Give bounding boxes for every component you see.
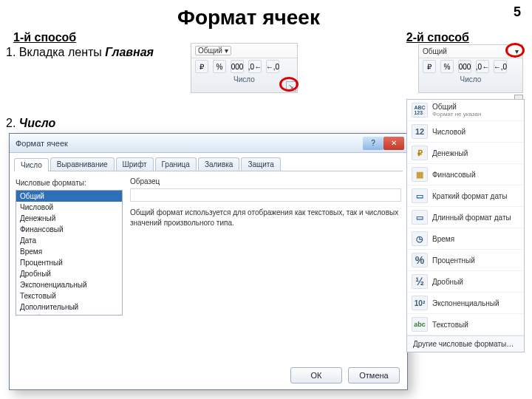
dropdown-item-general[interactable]: ABC 123 Общий Формат не указан: [407, 100, 524, 121]
dropdown-item-text[interactable]: abc Текстовый: [407, 314, 524, 335]
list-item[interactable]: Текстовый: [16, 290, 122, 301]
dropdown-item-shortdate[interactable]: ▭ Краткий формат даты: [407, 185, 524, 207]
dialog-tabs: Число Выравнивание Шрифт Граница Заливка…: [10, 153, 407, 171]
increase-decimal-icon[interactable]: ,0←: [476, 60, 489, 73]
increase-decimal-icon[interactable]: ,0←: [248, 60, 262, 73]
list-item[interactable]: Дробный: [16, 268, 122, 279]
list-item[interactable]: Денежный: [16, 213, 122, 224]
method2-heading: 2-й способ: [406, 31, 469, 44]
dropdown-item-time[interactable]: ◷ Время: [407, 228, 524, 250]
step1-text: 1. Вкладка ленты Главная: [6, 46, 154, 59]
dropdown-item-longdate[interactable]: ▭ Длинный формат даты: [407, 207, 524, 228]
step2-group: Число: [19, 117, 56, 129]
page-number: 5: [514, 4, 521, 20]
short-date-icon: ▭: [412, 188, 428, 203]
number-format-dropdown: ABC 123 Общий Формат не указан 12 Числов…: [406, 99, 525, 352]
step2-prefix: 2.: [6, 117, 19, 129]
help-button[interactable]: ?: [363, 137, 383, 150]
dropdown-item-percent[interactable]: % Процентный: [407, 250, 524, 271]
dropdown-item-label: Длинный формат даты: [432, 214, 519, 222]
number-format-value: Общий: [198, 47, 222, 55]
dialog-titlebar[interactable]: Формат ячеек ? ✕: [10, 134, 407, 153]
thousands-icon[interactable]: 000: [231, 60, 244, 73]
tab-alignment[interactable]: Выравнивание: [50, 157, 115, 171]
percent-format-icon: %: [412, 253, 428, 267]
number-format-combo[interactable]: Общий ▾: [195, 46, 231, 55]
currency-format-icon: ₽: [412, 146, 428, 160]
dropdown-item-sub: Формат не указан: [432, 111, 519, 117]
dropdown-item-label: Дробный: [432, 278, 519, 286]
format-cells-dialog: Формат ячеек ? ✕ Число Выравнивание Шриф…: [9, 133, 408, 390]
close-button[interactable]: ✕: [383, 137, 404, 150]
tab-number[interactable]: Число: [14, 158, 49, 171]
percent-icon[interactable]: %: [213, 60, 226, 73]
scientific-format-icon: 10²: [412, 296, 428, 310]
formats-listbox[interactable]: Общий Числовой Денежный Финансовый Дата …: [16, 190, 123, 316]
list-item[interactable]: Дополнительный: [16, 301, 122, 313]
number-format-value-2: Общий: [423, 47, 447, 55]
highlight-circle-1: [279, 77, 299, 92]
ok-button[interactable]: ОК: [290, 367, 342, 383]
list-item[interactable]: Экспоненциальный: [16, 279, 122, 290]
general-format-icon: ABC 123: [412, 103, 428, 117]
sample-box: [130, 188, 401, 202]
tab-fill[interactable]: Заливка: [198, 157, 240, 171]
currency-icon[interactable]: ₽: [195, 60, 208, 73]
accounting-format-icon: ▦: [412, 167, 428, 182]
dropdown-item-label: Экспоненциальный: [432, 299, 519, 307]
dropdown-item-number[interactable]: 12 Числовой: [407, 121, 524, 143]
tab-protection[interactable]: Защита: [241, 157, 280, 171]
dropdown-item-label: Общий: [432, 103, 519, 111]
time-format-icon: ◷: [412, 231, 428, 246]
thousands-icon[interactable]: 000: [458, 60, 471, 73]
dialog-title: Формат ячеек: [16, 139, 68, 148]
list-item[interactable]: Процентный: [16, 257, 122, 268]
long-date-icon: ▭: [412, 210, 428, 225]
formats-list-label: Числовые форматы:: [16, 179, 86, 187]
method1-heading: 1-й способ: [13, 31, 76, 44]
step1-tabname: Главная: [105, 46, 154, 58]
tab-font[interactable]: Шрифт: [116, 157, 154, 171]
tab-border[interactable]: Граница: [155, 157, 197, 171]
ribbon-group-label-2: Число: [419, 75, 522, 83]
text-format-icon: abc: [412, 317, 428, 332]
cancel-button[interactable]: Отмена: [348, 367, 400, 383]
decrease-decimal-icon[interactable]: ←,0: [266, 60, 279, 73]
dropdown-item-label: Числовой: [432, 128, 519, 136]
step1-prefix: 1. Вкладка ленты: [6, 46, 105, 58]
currency-icon[interactable]: ₽: [423, 60, 436, 73]
list-item[interactable]: Общий: [16, 191, 122, 202]
dropdown-item-label: Денежный: [432, 149, 519, 157]
dropdown-item-label: Финансовый: [432, 171, 519, 179]
list-item[interactable]: Дата: [16, 235, 122, 246]
dropdown-item-currency[interactable]: ₽ Денежный: [407, 143, 524, 164]
list-item[interactable]: Финансовый: [16, 224, 122, 235]
dropdown-more-formats[interactable]: Другие числовые форматы…: [407, 335, 524, 352]
dropdown-item-accounting[interactable]: ▦ Финансовый: [407, 164, 524, 185]
list-item[interactable]: (все форматы): [16, 313, 122, 316]
dropdown-item-label: Время: [432, 235, 519, 243]
dropdown-item-label: Текстовый: [432, 321, 519, 329]
dropdown-item-label: Краткий формат даты: [432, 192, 519, 200]
percent-icon[interactable]: %: [440, 60, 454, 73]
step2-text: 2. Число: [6, 117, 55, 130]
dropdown-item-label: Процентный: [432, 256, 519, 265]
number-format-icon: 12: [412, 124, 428, 139]
list-item[interactable]: Числовой: [16, 202, 122, 213]
dropdown-item-fraction[interactable]: ½ Дробный: [407, 271, 524, 293]
chevron-down-icon: ▾: [225, 47, 228, 55]
dropdown-item-scientific[interactable]: 10² Экспоненциальный: [407, 293, 524, 314]
format-description: Общий формат используется для отображени…: [130, 208, 401, 228]
decrease-decimal-icon[interactable]: ←,0: [494, 60, 507, 73]
highlight-circle-2: [505, 43, 525, 58]
sample-label: Образец: [130, 177, 401, 185]
fraction-format-icon: ½: [412, 274, 428, 289]
list-item[interactable]: Время: [16, 246, 122, 257]
page-title: Формат ячеек: [177, 6, 320, 30]
